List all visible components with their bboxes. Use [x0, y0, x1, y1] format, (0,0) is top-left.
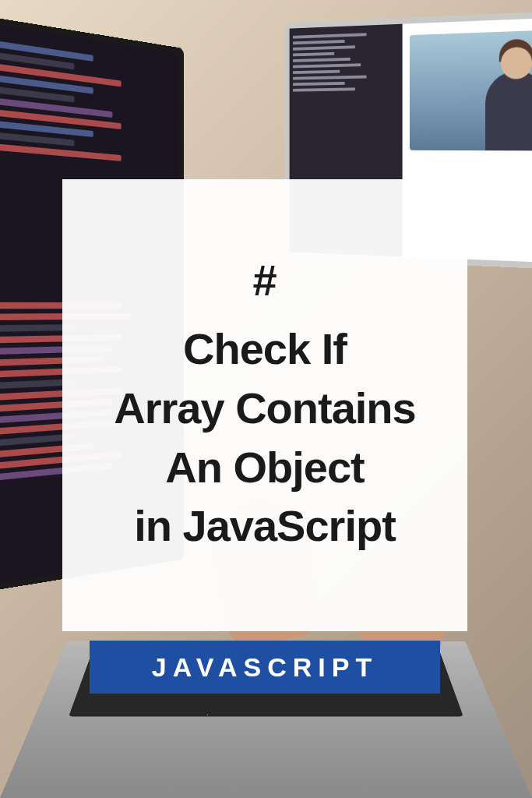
title-line-4: in JavaScript [114, 496, 415, 556]
content-card: # Check If Array Contains An Object in J… [62, 179, 467, 631]
hash-symbol: # [252, 255, 277, 305]
title-line-1: Check If [114, 320, 415, 379]
title-text: Check If Array Contains An Object in Jav… [114, 320, 415, 555]
category-label: JAVASCRIPT [152, 652, 378, 683]
category-badge: JAVASCRIPT [90, 641, 440, 694]
title-line-2: Array Contains [114, 379, 415, 438]
browser-hero-image [410, 27, 532, 151]
code-editor-lines [0, 37, 166, 169]
title-line-3: An Object [114, 438, 415, 497]
